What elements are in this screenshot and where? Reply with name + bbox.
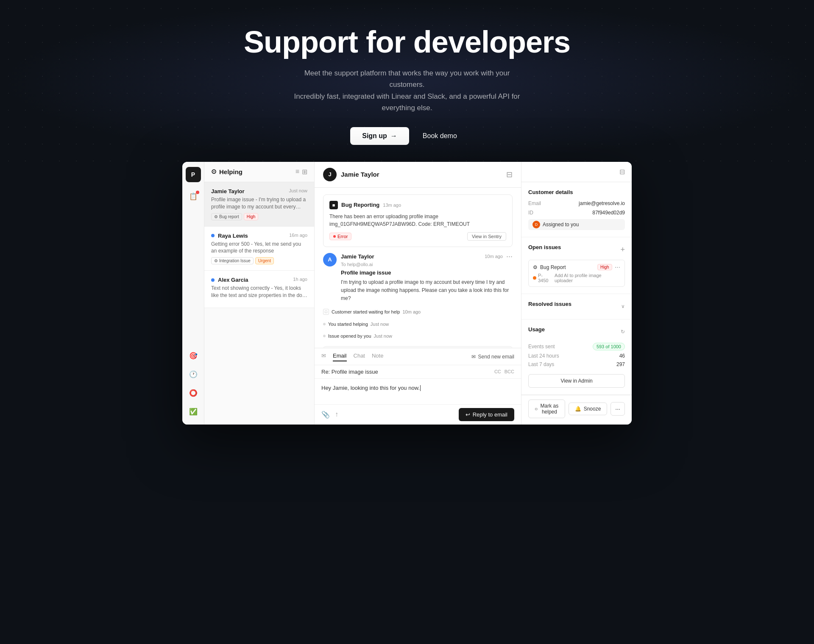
bug-card: ■ Bug Reporting 13m ago There has been a… [323, 194, 513, 247]
sidebar-icon-circle[interactable]: ⭕ [186, 386, 201, 401]
issue-actions: High ··· [597, 264, 620, 271]
target-icon: 🎯 [189, 352, 198, 360]
tag-integration: ⚙ Integration Issue [211, 257, 254, 264]
attachment-icon[interactable]: 📎 [321, 411, 330, 419]
hero-buttons: Sign up → Book demo [8, 127, 806, 145]
issue-more-button[interactable]: ··· [615, 264, 620, 271]
composer-body-text: Hey Jamie, looking into this for you now… [321, 385, 420, 391]
composer-body[interactable]: Hey Jamie, looking into this for you now… [315, 379, 521, 404]
events-sent-value: 593 of 1000 [593, 343, 625, 350]
view-sentry-button[interactable]: View in Sentry [467, 232, 506, 241]
email-value: jamie@getresolve.io [579, 200, 625, 206]
resolved-issues-section: Resolved issues ∨ [521, 294, 632, 319]
cc-label[interactable]: CC [494, 369, 501, 374]
conv-preview-alex: Text not showing correctly - Yes, it loo… [211, 285, 307, 299]
issue-name: ⚙ Bug Report [533, 264, 566, 270]
assigned-avatar: D [532, 221, 540, 228]
id-value: 87f949ed02d9 [592, 210, 625, 216]
sidebar-icon-target[interactable]: 🎯 [186, 348, 201, 364]
sort-icon[interactable]: ⊞ [302, 168, 307, 176]
detail-row-email: Email jamie@getresolve.io [528, 200, 625, 206]
bcc-label[interactable]: BCC [505, 369, 514, 374]
timeline-dot-opened [323, 335, 326, 337]
circle-icon: ⭕ [189, 389, 198, 397]
resolved-issues-header[interactable]: Resolved issues ∨ [528, 301, 625, 312]
filter-icon[interactable]: ≡ [295, 168, 299, 176]
reply-email-button[interactable]: ↩ Reply to email [459, 408, 514, 421]
mark-helped-button[interactable]: ○ Mark as helped [528, 400, 565, 418]
conv-item-raya[interactable]: Raya Lewis 16m ago Getting error 500 - Y… [204, 227, 314, 271]
sidebar-icons: P 📋 🎯 🕐 ⭕ ✅ [182, 162, 204, 425]
send-new-email-button[interactable]: ✉ Send new email [471, 354, 514, 360]
message-more-button[interactable]: ··· [506, 252, 513, 261]
events-sent-label: Events sent [528, 344, 555, 350]
chat-header: J Jamie Taylor ⊟ [315, 162, 521, 188]
usage-row-7d: Last 7 days 297 [528, 361, 625, 367]
sidebar-icon-check[interactable]: ✅ [186, 404, 201, 419]
hero-content: Support for developers Meet the support … [8, 25, 806, 145]
conv-time-raya: 16m ago [289, 233, 307, 239]
customer-details-title: Customer details [528, 189, 625, 195]
bug-icon: ⚙ [214, 214, 218, 219]
snooze-button[interactable]: 🔔 Snooze [569, 402, 608, 415]
conv-list-actions: ≡ ⊞ [295, 168, 307, 176]
helping-icon: ⊙ [211, 168, 217, 175]
timeline-time-opened: Just now [374, 333, 392, 339]
open-issues-title: Open issues [528, 244, 561, 250]
upload-icon[interactable]: ↑ [335, 411, 338, 419]
issue-row: ⚙ Bug Report High ··· P-3450 Add AI to p… [528, 260, 625, 287]
refresh-icon[interactable]: ↻ [621, 329, 625, 335]
conv-list-header: ⊙ Helping ≡ ⊞ [204, 162, 314, 182]
conv-name-jamie: Jamie Taylor [211, 188, 245, 194]
message-avatar: A [323, 253, 337, 266]
issue-sub: P-3450 Add AI to profile image uploader [533, 273, 620, 283]
composer-subject: Re: Profile image issue CC BCC [315, 365, 521, 379]
chat-header-toggle[interactable]: ⊟ [506, 170, 513, 179]
resolved-issues-title: Resolved issues [528, 301, 571, 307]
sidebar-icon-notifications[interactable]: 📋 [186, 189, 201, 204]
cursor [420, 385, 421, 391]
timeline-item-helping: You started helping Just now [323, 321, 513, 328]
last-7d-label: Last 7 days [528, 361, 554, 367]
snooze-icon: 🔔 [575, 406, 581, 412]
sidebar-logo[interactable]: P [186, 167, 201, 182]
panel-toggle-button[interactable]: ⊟ [619, 168, 625, 176]
sidebar-icon-clock[interactable]: 🕐 [186, 367, 201, 382]
message-name: Jamie Taylor [341, 253, 374, 260]
right-panel-header: ⊟ [521, 162, 632, 182]
signup-button[interactable]: Sign up → [350, 127, 409, 145]
chevron-down-icon: ∨ [621, 303, 625, 309]
composer-tabs: ✉ Email Chat Note ✉ Send new email [315, 348, 521, 365]
conv-item-jamie[interactable]: Jamie Taylor Just now Profile image issu… [204, 182, 314, 227]
tab-email[interactable]: Email [333, 353, 347, 361]
bug-card-time: 13m ago [383, 203, 401, 208]
composer: ✉ Email Chat Note ✉ Send new email Re: P… [315, 348, 521, 425]
view-admin-button[interactable]: View in Admin [528, 374, 625, 388]
arrow-icon: → [390, 132, 397, 140]
conv-item-alex[interactable]: Alex Garcia 1h ago Text not showing corr… [204, 271, 314, 308]
bug-card-header: ■ Bug Reporting 13m ago [329, 201, 506, 209]
email-label: Email [528, 200, 541, 206]
issue-icon: ⚙ [533, 264, 538, 270]
composer-subject-text: Re: Profile image issue [321, 369, 378, 375]
tab-chat[interactable]: Chat [354, 353, 365, 361]
chat-header-user: J Jamie Taylor [323, 168, 379, 181]
timeline-text-helping: You started helping [328, 322, 368, 327]
composer-tab-group: ✉ Email Chat Note [321, 353, 383, 361]
composer-footer-actions: 📎 ↑ [321, 411, 338, 419]
usage-row-events: Events sent 593 of 1000 [528, 343, 625, 350]
last-24h-label: Last 24 hours [528, 353, 559, 359]
chat-user-avatar: J [323, 168, 337, 181]
right-panel: ⊟ Customer details Email jamie@getresolv… [521, 162, 632, 425]
conv-name-raya: Raya Lewis [218, 233, 248, 239]
add-issue-button[interactable]: + [620, 245, 625, 254]
message-to: To help@ollo.ai [341, 262, 513, 267]
tag-bug-report: ⚙ Bug report [211, 213, 242, 220]
more-actions-button[interactable]: ··· [610, 402, 625, 416]
tab-note[interactable]: Note [372, 353, 383, 361]
demo-button[interactable]: Book demo [416, 127, 464, 145]
conv-preview-jamie: Profile image issue - I'm trying to uplo… [211, 196, 307, 211]
assigned-text: Assigned to you [543, 222, 579, 228]
conv-dot-alex: Alex Garcia [211, 277, 248, 283]
message-body: I'm trying to upload a profile image to … [341, 278, 513, 303]
